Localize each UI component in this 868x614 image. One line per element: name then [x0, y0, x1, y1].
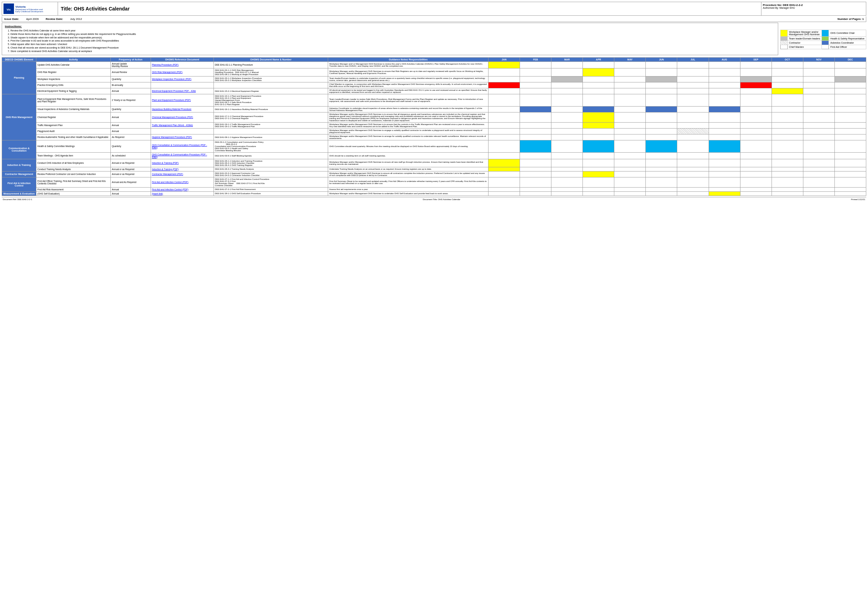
footer-doc-title: Document Title: OHS Activities Calendar [423, 198, 460, 200]
month-oct-plant [772, 94, 803, 106]
freq-annual-req-con: Annual or as Required [111, 171, 151, 177]
ref-firstaid: First Aid and Infection Control (PDF) [151, 177, 214, 187]
month-jan-hsc [488, 140, 520, 152]
month-nov-ed [803, 82, 834, 88]
contractor-link[interactable]: Contractor Management (PDF) [152, 173, 183, 175]
instruction-4: Print the Calendar in A3 and locate in a… [11, 39, 775, 43]
month-mar-ind [551, 159, 583, 167]
month-may-ind [614, 159, 646, 167]
table-row: Playground Audit Annual Workplace Manage… [2, 128, 866, 134]
month-oct-far [772, 187, 803, 191]
element-communication: Communication & Consultation [2, 140, 36, 159]
month-sep-far [740, 187, 772, 191]
th-aug: AUG [709, 57, 740, 62]
team-link[interactable]: OHS Consultation & Communication Procedu… [152, 154, 207, 158]
month-jul-risk [677, 68, 709, 76]
freq-annual-as-req-fa: Annual and As Required [111, 177, 151, 187]
month-aug-fa [709, 177, 740, 187]
tna-link[interactable]: Induction & Training (PDF) [152, 168, 179, 171]
traffic-link[interactable]: Traffic Management Plan (Word - 433kb) [152, 124, 193, 126]
th-may: MAY [614, 57, 646, 62]
title-area: Title: OHS Activities Calendar [58, 2, 761, 16]
chemical-link[interactable]: Chemical Management Procedure (PDF) [152, 116, 193, 118]
doc-planning: DEE EHU-02-1-1 Planning Procedure [214, 62, 328, 68]
table-row: Traffic Management Plan Annual Traffic M… [2, 122, 866, 128]
doc-asbestos: DEE EHU-16-1-1 Hazardous Building Materi… [214, 106, 328, 112]
month-apr-team [583, 152, 614, 159]
electrical-link[interactable]: Electrical Equipment Procedure PDF - 42k… [152, 90, 196, 92]
activity-contractor: Review Preferred Contractor List and Con… [36, 171, 111, 177]
month-dec-tna [834, 167, 866, 171]
doc-firstaid-risk: DEE EHU-27-2-1 First Aid Risk Assessment [214, 187, 328, 191]
plant-link[interactable]: Plant and Equipment Procedure (PDF) [152, 99, 191, 101]
hsc-link[interactable]: OHS Consultation & Communication Procedu… [152, 144, 207, 149]
activity-audiometric: Review Audiometric Testing and other Hea… [36, 134, 111, 140]
guidance-audiometric: Workplace Manager and/or Management OHS … [328, 134, 489, 140]
month-may-con [614, 171, 646, 177]
month-sep-tna [740, 167, 772, 171]
logo-victoria: Vic Victoria Department of Education and… [3, 3, 56, 14]
table-row: Review Audiometric Testing and other Hea… [2, 134, 866, 140]
freq-annual-chem: Annual [111, 112, 151, 122]
month-sep-planning [740, 62, 772, 68]
ref-planning: Planning Procedure (PDF) [151, 62, 214, 68]
induction-link[interactable]: Induction & Training (PDF) [152, 162, 179, 164]
ref-electrical: Electrical Equipment Procedure PDF - 42k… [151, 88, 214, 94]
th-jan: JAN [488, 57, 520, 62]
table-row: OHS Risk Register Annual Review OHS Risk… [2, 68, 866, 76]
guidance-workplace: Team leader/Domain leaders to undertake … [328, 76, 489, 82]
month-mar-team [551, 152, 583, 159]
planning-link[interactable]: Planning Procedure (PDF) [152, 64, 179, 66]
month-aug-hsc [709, 140, 740, 152]
month-oct-eval [772, 191, 803, 195]
month-nov-chem [803, 112, 834, 122]
month-jun-eval [646, 191, 677, 195]
instruction-7: Store completed & reviewed OHS Activitie… [11, 50, 775, 53]
firstaid-link[interactable]: First Aid and Infection Control (PDF) [152, 181, 188, 183]
month-jun-hsc [646, 140, 677, 152]
month-jun-team [646, 152, 677, 159]
month-mar-aud [551, 134, 583, 140]
asbestos-link[interactable]: Hazardous Building Material Procedure [152, 108, 191, 110]
doc-electrical: DEE EHU-15-2-1 Electrical Equipment Regi… [214, 88, 328, 94]
month-aug-planning [709, 62, 740, 68]
month-nov-aud [803, 134, 834, 140]
month-oct-ed [772, 82, 803, 88]
month-feb-play [520, 128, 551, 134]
month-may-wi [614, 76, 646, 82]
freq-annual-req-tna: Annual or as Required [111, 167, 151, 171]
th-ref: OHSMS Reference Document [151, 57, 214, 62]
month-may-chem [614, 112, 646, 122]
table-row: Measurement & Evaluation (OHS Self Evalu… [2, 191, 866, 195]
guidance-hsc: OHS Committee should meet quarterly. Min… [328, 140, 489, 152]
instruction-5: Initial square after item has been actio… [11, 43, 775, 46]
month-sep-plant [740, 94, 772, 106]
month-nov-elec [803, 88, 834, 94]
page-title: Title: OHS Activities Calendar [61, 6, 758, 11]
month-jul-hsc [677, 140, 709, 152]
month-dec-eval [834, 191, 866, 195]
firstaid-risk-link[interactable]: First Aid and Infection Control (PDF) [152, 188, 188, 191]
table-header-row: DEECD OHSMS Element Activity Frequency o… [2, 57, 866, 62]
ohsrisk-link[interactable]: OHS Risk Management (PDF) [152, 71, 182, 73]
doc-tna: DEE EHU-26-3-1 Training Needs Analysis [214, 167, 328, 171]
review-label: Review Date: [46, 17, 63, 21]
month-jan-play [488, 128, 520, 134]
audiometric-link[interactable]: Hygiene Management Procedure (PDF) [152, 136, 192, 138]
freq-scheduled: As scheduled [111, 152, 151, 159]
month-jun-ed [646, 82, 677, 88]
month-mar-eval [551, 191, 583, 195]
month-apr-play [583, 128, 614, 134]
month-jul-con [677, 171, 709, 177]
month-nov-traffic [803, 122, 834, 128]
month-oct-hsc [772, 140, 803, 152]
table-row: Practice Emergency Drills Bi-annually Ch… [2, 82, 866, 88]
workplace-inspection-link[interactable]: Workplace Inspection Procedure (PDF) [152, 78, 191, 80]
self-eval-link[interactable]: (insert link) [152, 192, 163, 195]
guidance-electrical: All electrical equipment to be tested an… [328, 88, 489, 94]
guidance-firstaid-risk: Assess first aid requirements once a yea… [328, 187, 489, 191]
month-apr-chem [583, 112, 614, 122]
month-jan-planning [488, 62, 520, 68]
ref-hsc: OHS Consultation & Communication Procedu… [151, 140, 214, 152]
guidance-playground: Workplace Manager and/or Management OHS … [328, 128, 489, 134]
